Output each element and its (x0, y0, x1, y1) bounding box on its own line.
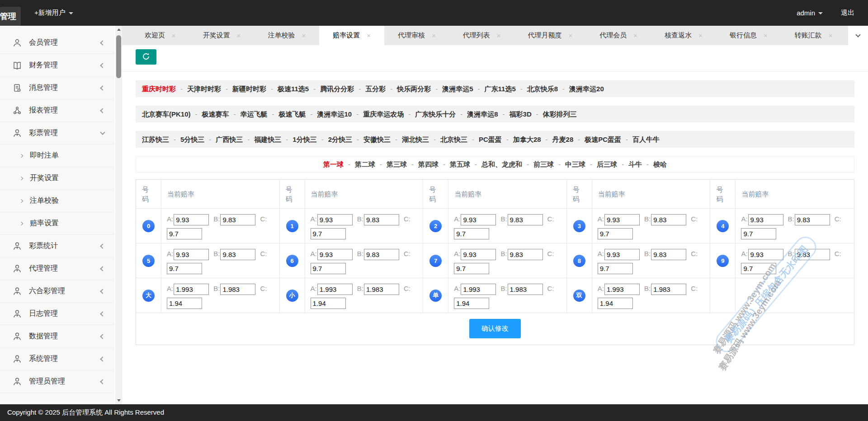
tab-注单校验[interactable]: 注单校验× (255, 26, 320, 45)
lottery-type-link[interactable]: PC蛋蛋 (479, 136, 502, 143)
lottery-type-link[interactable]: 幸运飞艇 (241, 110, 268, 118)
lottery-type-link[interactable]: 澳洲幸运20 (569, 85, 604, 93)
tab-close-icon[interactable]: × (237, 32, 241, 39)
lottery-type-link[interactable]: 广东11选5 (485, 85, 516, 93)
lottery-type-link[interactable]: 澳洲幸运8 (467, 110, 498, 118)
add-user-button[interactable]: +新增用户 (34, 9, 73, 17)
sidebar-item-agent[interactable]: 代理管理 (0, 257, 114, 280)
sidebar-item-log[interactable]: 日志管理 (0, 303, 114, 325)
ball-tab-link[interactable]: 前三球 (533, 160, 554, 168)
tab-代理审核[interactable]: 代理审核× (384, 26, 449, 45)
odds-input-b[interactable] (220, 249, 255, 260)
odds-input-b[interactable] (220, 214, 255, 225)
tab-overflow-button[interactable] (848, 26, 868, 45)
lottery-type-link[interactable]: 新疆时时彩 (232, 85, 266, 93)
lottery-type-link[interactable]: 加拿大28 (513, 136, 541, 143)
tab-close-icon[interactable]: × (302, 32, 306, 39)
odds-input-b[interactable] (364, 249, 399, 260)
lottery-type-link[interactable]: 极速飞艇 (279, 110, 306, 118)
tab-close-icon[interactable]: × (569, 32, 573, 39)
lottery-type-link[interactable]: 江苏快三 (142, 136, 169, 143)
lottery-type-link[interactable]: 北京快三 (440, 136, 467, 143)
ball-tab-link[interactable]: 中三球 (565, 160, 585, 168)
ball-tab-link[interactable]: 后三球 (597, 160, 617, 168)
lottery-type-link[interactable]: 2分快三 (328, 136, 352, 143)
sidebar-subitem-draw-settings[interactable]: 开奖设置 (0, 167, 114, 190)
tab-close-icon[interactable]: × (172, 32, 176, 39)
ball-tab-link[interactable]: 梭哈 (653, 160, 667, 168)
odds-input-c[interactable] (311, 228, 346, 239)
tab-代理列表[interactable]: 代理列表× (449, 26, 514, 45)
odds-input-c[interactable] (454, 228, 489, 239)
tab-转账汇款[interactable]: 转账汇款× (781, 26, 846, 45)
odds-input-a[interactable] (748, 249, 783, 260)
lottery-type-link[interactable]: 百人牛牛 (632, 136, 660, 143)
lottery-type-link[interactable]: 广西快三 (216, 136, 243, 143)
ball-tab-link[interactable]: 第一球 (323, 160, 344, 168)
odds-input-c[interactable] (311, 263, 346, 274)
tab-close-icon[interactable]: × (497, 32, 501, 39)
lottery-type-link[interactable]: 极速PC蛋蛋 (585, 136, 621, 143)
tab-代理会员[interactable]: 代理会员× (586, 26, 651, 45)
odds-input-a[interactable] (461, 214, 496, 225)
odds-input-c[interactable] (598, 263, 633, 274)
odds-input-b[interactable] (795, 249, 830, 260)
odds-input-b[interactable] (651, 249, 686, 260)
sidebar-item-mark-six[interactable]: 六合彩管理 (0, 280, 114, 303)
ball-tab-link[interactable]: 第五球 (450, 160, 470, 168)
odds-input-a[interactable] (604, 214, 640, 225)
vertical-scrollbar[interactable] (115, 26, 122, 404)
lottery-type-link[interactable]: 腾讯分分彩 (320, 85, 354, 93)
lottery-type-link[interactable]: 丹麦28 (552, 136, 574, 143)
odds-input-b[interactable] (795, 214, 830, 225)
lottery-type-link[interactable]: 体彩排列三 (543, 110, 577, 118)
ball-tab-link[interactable]: 总和、龙虎和 (481, 160, 522, 168)
lottery-type-link[interactable]: 福建快三 (254, 136, 281, 143)
odds-input-a[interactable] (317, 284, 353, 295)
tab-欢迎页[interactable]: 欢迎页× (131, 26, 189, 45)
odds-input-a[interactable] (461, 284, 496, 295)
odds-input-b[interactable] (364, 214, 399, 225)
odds-input-a[interactable] (174, 284, 209, 295)
odds-input-b[interactable] (364, 284, 399, 295)
lottery-type-link[interactable]: 天津时时彩 (187, 85, 221, 93)
tab-close-icon[interactable]: × (367, 32, 371, 39)
odds-input-b[interactable] (508, 284, 543, 295)
sidebar-subitem-odds-settings[interactable]: 赔率设置 (0, 212, 114, 235)
ball-tab-link[interactable]: 第二球 (355, 160, 375, 168)
confirm-button[interactable]: 确认修改 (469, 319, 521, 338)
odds-input-a[interactable] (604, 249, 640, 260)
odds-input-c[interactable] (167, 263, 202, 274)
odds-input-c[interactable] (167, 228, 202, 239)
lottery-type-link[interactable]: 5分快三 (180, 136, 204, 143)
sidebar-subitem-instant-bets[interactable]: 即时注单 (0, 145, 114, 167)
lottery-type-link[interactable]: 安徽快三 (363, 136, 391, 143)
odds-input-a[interactable] (604, 284, 640, 295)
tab-开奖设置[interactable]: 开奖设置× (189, 26, 255, 45)
lottery-type-link[interactable]: 重庆幸运农场 (363, 110, 404, 118)
lottery-type-link[interactable]: 快乐两分彩 (397, 85, 431, 93)
odds-input-c[interactable] (454, 263, 489, 274)
sidebar-item-message[interactable]: 消息管理 (0, 77, 114, 99)
lottery-type-link[interactable]: 五分彩 (365, 85, 386, 93)
scroll-down-icon[interactable] (115, 397, 122, 404)
odds-input-a[interactable] (461, 249, 496, 260)
logout-button[interactable]: 退出 (841, 9, 854, 17)
tab-close-icon[interactable]: × (432, 32, 436, 39)
lottery-type-link[interactable]: 广东快乐十分 (415, 110, 456, 118)
lottery-type-link[interactable]: 1分快三 (292, 136, 316, 143)
odds-input-a[interactable] (317, 249, 353, 260)
odds-input-a[interactable] (174, 249, 209, 260)
tab-close-icon[interactable]: × (633, 32, 637, 39)
odds-input-b[interactable] (508, 249, 543, 260)
odds-input-c[interactable] (454, 298, 489, 309)
odds-input-b[interactable] (508, 214, 543, 225)
lottery-type-link[interactable]: 福彩3D (509, 110, 532, 118)
odds-input-b[interactable] (651, 214, 686, 225)
odds-input-a[interactable] (317, 214, 353, 225)
odds-input-a[interactable] (174, 214, 209, 225)
lottery-type-link[interactable]: 北京赛车(PK10) (142, 110, 191, 118)
tab-银行信息[interactable]: 银行信息× (716, 26, 781, 45)
ball-tab-link[interactable]: 第三球 (387, 160, 407, 168)
odds-input-c[interactable] (311, 298, 346, 309)
